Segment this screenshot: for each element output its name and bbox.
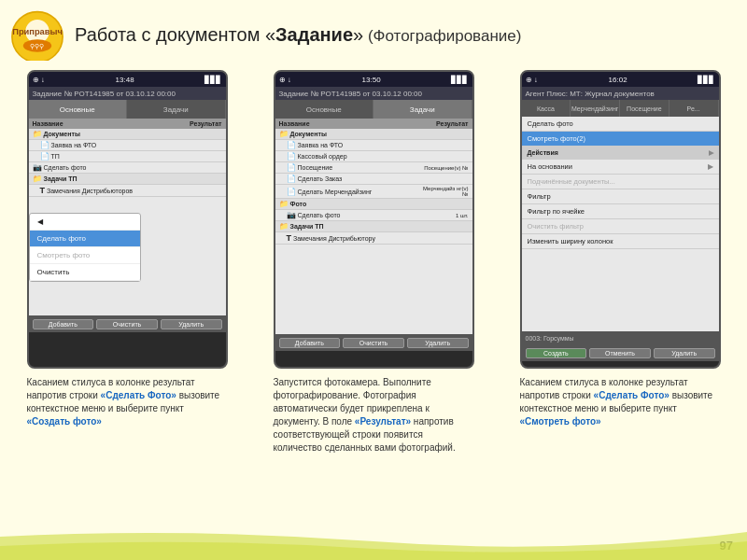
row-zadachi-tp-2[interactable]: 📁 Задачи ТП xyxy=(275,221,472,232)
row-merch-2[interactable]: 📄 Сделать Мерчендайзинг Мерчендайз нг(v)… xyxy=(275,185,472,199)
col-result-2: Результат xyxy=(413,120,469,127)
btn-add-1[interactable]: Добавить xyxy=(33,319,94,329)
menu-smotret-foto-3[interactable]: Смотреть фото(2) xyxy=(522,132,719,147)
btn-clear-2[interactable]: Очистить xyxy=(343,338,404,348)
phone-panel-2: ⊕ ↓ 13:50 ▊▊▊ Задание № РОТ141985 от 03.… xyxy=(256,70,491,455)
context-back-1[interactable]: ◀ xyxy=(30,214,140,231)
menu-filtr-3[interactable]: Фильтр xyxy=(522,189,719,204)
status-bar-1: ⊕ ↓ 13:48 ▊▊▊ xyxy=(29,72,226,87)
row-sdelat-foto-1[interactable]: 📷 Сделать фото xyxy=(29,162,226,174)
folder-foto-icon-2: 📁 xyxy=(279,200,289,208)
menu-na-osnovanii-3[interactable]: На основании ▶ xyxy=(522,160,719,175)
menu-izmenit-3[interactable]: Изменить ширину колонок xyxy=(522,234,719,249)
doc-icon-1: 📄 xyxy=(40,141,49,149)
status-bar-2: ⊕ ↓ 13:50 ▊▊▊ xyxy=(275,72,472,87)
header: Приправыч ⚲⚲⚲ Работа с документом «Задан… xyxy=(0,0,747,65)
folder-icon-docs-2: 📁 xyxy=(279,130,289,138)
bottom-decoration xyxy=(0,523,747,560)
row-label-tp-1: ТП xyxy=(51,153,222,160)
status-bar-3: ⊕ ↓ 16:02 ▊▊▊ xyxy=(522,72,719,87)
tab-re-3[interactable]: Ре... xyxy=(669,100,719,117)
row-zamechaniya-2[interactable]: T Замечания Дистрибьютору xyxy=(275,232,472,245)
tab-zadachi-2[interactable]: Задачи xyxy=(374,100,472,119)
row-label-docs-1: Документы xyxy=(44,131,222,137)
status-icons-right-2: ▊▊▊ xyxy=(451,76,468,84)
tab-poseshenie-3[interactable]: Посещение xyxy=(620,100,669,117)
btn-create-3[interactable]: Создать xyxy=(526,348,587,358)
btn-cancel-3[interactable]: Отменить xyxy=(589,348,651,358)
status-icons-right-1: ▊▊▊ xyxy=(204,76,221,84)
table-body-2: 📁 Документы 📄 Заявка на ФТО 📄 Кассовый о… xyxy=(275,129,472,334)
btn-delete-1[interactable]: Удалить xyxy=(161,319,222,329)
folder-zadachi-1: 📁 xyxy=(33,175,42,183)
btn-delete-2[interactable]: Удалить xyxy=(407,338,469,348)
page-title: Работа с документом «Задание» (Фотографи… xyxy=(75,24,521,46)
svg-text:⚲⚲⚲: ⚲⚲⚲ xyxy=(30,43,44,49)
row-docs-2[interactable]: 📁 Документы xyxy=(275,129,472,140)
app-titlebar-1: Задание № РОТ141985 от 03.10.12 00:00 xyxy=(29,87,226,100)
bottom-bar-3: Создать Отменить Удалить xyxy=(522,344,719,361)
menu-deistviya-3[interactable]: Действия ▶ xyxy=(522,147,719,160)
bottom-bar-1: Добавить Очистить Удалить xyxy=(29,315,226,332)
tab-osnovnye-2[interactable]: Основные xyxy=(275,100,374,119)
row-sdelat-zakaz-2[interactable]: 📄 Сделать Заказ xyxy=(275,174,472,185)
menu-filtr-po-3[interactable]: Фильтр по ячейке xyxy=(522,204,719,219)
context-menu-1[interactable]: ◀ Сделать фото Смотреть фото Очистить xyxy=(29,213,141,282)
tab-osnovnye-1[interactable]: Основные xyxy=(29,100,128,119)
doc-icon-tp-1: 📄 xyxy=(40,152,49,161)
col-name-2: Название xyxy=(279,120,413,127)
context-ochistit-1[interactable]: Очистить xyxy=(30,264,140,281)
app-title-text-1: Задание № РОТ141985 от 03.10.12 00:00 xyxy=(33,90,176,98)
tab-kassa-3[interactable]: Касса xyxy=(522,100,571,117)
desc-highlight-3b: «Смотреть фото» xyxy=(520,416,601,427)
row-label-zayavka-2: Заявка на ФТО xyxy=(298,142,469,148)
phone-screen-2: ⊕ ↓ 13:50 ▊▊▊ Задание № РОТ141985 от 03.… xyxy=(274,70,474,369)
btn-delete-3[interactable]: Удалить xyxy=(654,348,715,358)
col-result-1: Результат xyxy=(166,120,222,127)
row-label-foto-folder-2: Фото xyxy=(290,201,469,207)
row-zadachi-tp-1[interactable]: 📁 Задачи ТП xyxy=(29,174,226,185)
status-time-2: 13:50 xyxy=(362,76,381,84)
context-sdelat-foto-1[interactable]: Сделать фото xyxy=(30,231,140,247)
arrow-icon-osnov-3: ▶ xyxy=(708,162,713,171)
row-foto-folder-2[interactable]: 📁 Фото xyxy=(275,199,472,210)
main-content: ⊕ ↓ 13:48 ▊▊▊ Задание № РОТ141985 от 03.… xyxy=(0,70,747,455)
tab-bar-3[interactable]: Касса Мерчендайзинг Посещение Ре... xyxy=(522,100,719,117)
tab-merch-3[interactable]: Мерчендайзинг xyxy=(571,100,620,117)
row-tp-1[interactable]: 📄 ТП xyxy=(29,151,226,162)
app-title-text-2: Задание № РОТ141985 от 03.10.12 00:00 xyxy=(279,90,423,98)
phone-panel-1: ⊕ ↓ 13:48 ▊▊▊ Задание № РОТ141985 от 03.… xyxy=(9,70,245,455)
title-pre: Работа с документом « xyxy=(75,24,275,45)
btn-add-2[interactable]: Добавить xyxy=(279,338,341,348)
tab-zadachi-1[interactable]: Задачи xyxy=(127,100,226,119)
status-icons-left-3: ⊕ ↓ xyxy=(526,76,538,84)
status-icons-left-1: ⊕ ↓ xyxy=(33,76,45,84)
phone-screen-1: ⊕ ↓ 13:48 ▊▊▊ Задание № РОТ141985 от 03.… xyxy=(27,70,228,369)
row-zayavka-1[interactable]: 📄 Заявка на ФТО xyxy=(29,140,226,151)
row-val-pos-2: Посещение(v) № xyxy=(417,165,469,171)
desc-highlight-3a: «Сделать Фото» xyxy=(594,390,669,400)
menu-sdelat-foto-3[interactable]: Сделать фото xyxy=(522,117,719,132)
row-val-sf-2: 1 шт. xyxy=(417,213,469,218)
menu-podchinenye-3[interactable]: Подчинённые документы... xyxy=(522,175,719,189)
menu-ochistit-filtr-3[interactable]: Очистить фильтр xyxy=(522,219,719,234)
camera-icon-2: 📷 xyxy=(287,211,296,219)
doc-icon-zayavka-2: 📄 xyxy=(287,141,296,149)
btn-clear-1[interactable]: Очистить xyxy=(96,319,158,329)
app-titlebar-2: Задание № РОТ141985 от 03.10.12 00:00 xyxy=(275,87,472,100)
context-smotret-foto-1[interactable]: Смотреть фото xyxy=(30,247,140,264)
row-label-docs-2: Документы xyxy=(290,131,469,137)
row-zamechaniya-1[interactable]: T Замечания Дистрибьюторов xyxy=(29,185,226,197)
tab-bar-2[interactable]: Основные Задачи xyxy=(275,100,472,119)
table-header-1: Название Результат xyxy=(29,119,226,129)
camera-icon-1: 📷 xyxy=(33,163,42,172)
row-sdelat-foto-2[interactable]: 📷 Сделать фото 1 шт. xyxy=(275,210,472,221)
title-post: » xyxy=(353,24,363,45)
tab-bar-1[interactable]: Основные Задачи xyxy=(29,100,226,119)
row-poseshenie-2[interactable]: 📄 Посещение Посещение(v) № xyxy=(275,162,472,174)
row-documents-1[interactable]: 📁 Документы xyxy=(29,129,226,140)
doc-icon-pos-2: 📄 xyxy=(287,163,296,172)
row-zayavka-2[interactable]: 📄 Заявка на ФТО xyxy=(275,140,472,151)
row-kassovyi-2[interactable]: 📄 Кассовый ордер xyxy=(275,151,472,162)
description-3: Касанием стилуса в колонке результат нап… xyxy=(520,376,721,428)
